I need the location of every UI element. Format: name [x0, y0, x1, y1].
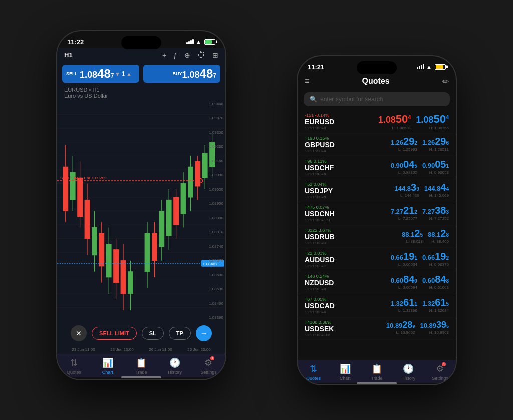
gbpusd-bid: 1.26292 [391, 136, 417, 147]
usdcnh-bid-col: 7.27212 L: 7.25077 [391, 205, 417, 221]
svg-rect-24 [92, 227, 97, 255]
nav-trade[interactable]: 📋 Trade [124, 357, 158, 375]
close-trade-button[interactable]: ✕ [71, 325, 87, 341]
quotes-status-icons: ▲ [417, 64, 446, 70]
quote-left-audusd: +22 0.03% AUDUSD 11:21:32 ≡1 [305, 251, 391, 268]
usdcnh-ask: 7.27383 [422, 205, 449, 216]
svg-text:SELL LIMIT 1 at 1.09209: SELL LIMIT 1 at 1.09209 [60, 175, 107, 180]
price-level-2: 1.09300 [209, 130, 223, 135]
sl-button[interactable]: SL [142, 327, 164, 340]
nav-settings[interactable]: ⚙ 1 Settings [192, 357, 225, 375]
usdjpy-bid: 144.839 [395, 182, 419, 193]
chevron-up-icon[interactable]: ▴ [127, 70, 131, 78]
quote-row-usdcad[interactable]: +67 0.05% USDCAD 11:21:32 ≡4 1.32611 L: … [298, 294, 456, 317]
eurusd-low: L: 1.08501 [378, 126, 411, 130]
chart-time: 11:22 [67, 38, 84, 46]
usdcnh-change: +475 0.07% [305, 205, 391, 210]
usdcad-high: H: 1.32684 [422, 308, 449, 313]
quote-left-eurusd: -151 -0.14% EURUSD 11:21:32 ≡0 [305, 113, 378, 130]
nav-history[interactable]: 🕐 History [158, 357, 192, 375]
nzdusd-ask: 0.60848 [422, 274, 449, 285]
quotes-nav-settings[interactable]: ⚙ 1 Settings [424, 363, 456, 381]
execute-button[interactable]: → [196, 325, 212, 341]
usdrub-bid-col: 88.125 L: 88.028 [402, 228, 423, 244]
svg-rect-38 [152, 233, 157, 260]
eurusd-change: -151 -0.14% [305, 113, 378, 118]
price-level-15: 1.08390 [209, 315, 223, 320]
list-icon[interactable]: ≡ [305, 77, 309, 86]
gbpusd-ask-col: 1.26296 H: 1.26511 [422, 136, 449, 152]
usdjpy-low: L: 144.436 [395, 193, 419, 198]
chart-toolbar-icons: + ƒ ⊕ ⏱ ⊞ [162, 51, 218, 60]
price-level-7: 1.08950 [209, 201, 223, 206]
usdchf-bid-col: 0.90045 L: 0.89805 [391, 159, 417, 175]
usdjpy-bid-col: 144.839 L: 144.436 [395, 182, 419, 198]
quote-row-eurusd[interactable]: -151 -0.14% EURUSD 11:21:32 ≡0 1.08504 L… [298, 110, 456, 133]
timer-icon[interactable]: ⏱ [197, 51, 205, 60]
audusd-high: H: 0.66376 [422, 262, 449, 267]
usdcnh-ask-col: 7.27383 H: 7.27252 [422, 205, 449, 221]
chart-timeframe[interactable]: H1 [64, 51, 73, 59]
sell-limit-button[interactable]: SELL LIMIT [92, 327, 137, 340]
quote-row-gbpusd[interactable]: +193 0.15% GBPUSD 11:21:21 ≡4 1.26292 L:… [298, 133, 456, 156]
nzdusd-high: H: 0.61003 [422, 285, 449, 290]
nzdusd-change: +148 0.24% [305, 274, 391, 279]
nav-quotes[interactable]: ⇅ Quotes [57, 357, 91, 375]
chart-area[interactable]: 1.09440 1.09370 1.09300 1.09230 1.09160 … [57, 101, 225, 321]
sell-price-main: 1.08 [80, 70, 97, 80]
nzdusd-bid: 0.60840 [391, 274, 417, 285]
price-level-14: 1.08460 [209, 301, 223, 306]
usdsek-change: +4108 0.38% [305, 320, 386, 325]
phone-quotes: 11:21 ▲ ≡ Quotes ✏ [297, 55, 457, 385]
usdcad-symbol: USDCAD [305, 302, 391, 310]
quote-row-usdchf[interactable]: +96 0.11% USDCHF 11:21:30 ≡6 0.90045 L: … [298, 156, 456, 179]
fullscreen-icon[interactable]: ⊞ [212, 51, 218, 59]
audusd-ask-col: 0.66192 H: 0.66376 [422, 251, 449, 267]
tp-button[interactable]: TP [169, 327, 191, 340]
gbpusd-prices: 1.26292 L: 1.25993 1.26296 H: 1.26511 [391, 136, 449, 152]
quote-left-usdchf: +96 0.11% USDCHF 11:21:30 ≡6 [305, 159, 391, 176]
quote-left-usdcnh: +475 0.07% USDCNH 11:21:32 ≡171 [305, 205, 391, 222]
price-level-6: 1.09020 [209, 187, 223, 192]
quotes-header: ≡ Quotes ✏ [298, 73, 456, 90]
quotes-nav-history[interactable]: 🕐 History [393, 363, 424, 381]
quote-row-usdrub[interactable]: +3122 3.67% USDRUB 11:21:32 ≡3 88.125 L:… [298, 225, 456, 248]
price-level-13: 1.08530 [209, 287, 223, 291]
sell-box[interactable]: SELL 1.08 48 7 ▾ 1 ▴ [62, 65, 139, 83]
eurusd-high: H: 1.08756 [416, 126, 449, 130]
eurusd-ask: 1.08504 [416, 113, 449, 126]
indicator-icon[interactable]: ƒ [173, 51, 177, 59]
symbol-info: EURUSD • H1 Euro vs US Dollar [57, 85, 225, 101]
add-icon[interactable]: + [162, 51, 166, 59]
settings-badge-container-q: ⚙ 1 [436, 363, 444, 374]
nav-chart[interactable]: 📊 Chart [91, 357, 124, 375]
usdcnh-time: 11:21:32 ≡171 [305, 218, 391, 222]
quotes-nav-quotes[interactable]: ⇅ Quotes [298, 363, 329, 381]
dynamic-island [121, 36, 161, 49]
search-placeholder: enter symbol for search [320, 96, 383, 103]
chevron-down-icon[interactable]: ▾ [116, 70, 119, 78]
buy-box[interactable]: BUY 1.08 48 7 [143, 65, 220, 83]
svg-rect-32 [121, 260, 126, 293]
quotes-nav-trade[interactable]: 📋 Trade [361, 363, 392, 381]
quote-row-usdsek[interactable]: +4108 0.38% USDSEK 11:21:32 ≡106 10.8928… [298, 317, 456, 340]
usdrub-high: H: 88.400 [428, 239, 449, 244]
usdrub-bid: 88.125 [402, 228, 423, 239]
quote-row-audusd[interactable]: +22 0.03% AUDUSD 11:21:32 ≡1 0.66191 L: … [298, 248, 456, 271]
quote-row-nzdusd[interactable]: +148 0.24% NZDUSD 11:21:32 ≡8 0.60840 L:… [298, 271, 456, 294]
order-qty[interactable]: 1 [121, 70, 125, 78]
chart-nav-icon: 📊 [102, 357, 113, 368]
edit-icon[interactable]: ✏ [442, 77, 449, 86]
settings-chart-icon[interactable]: ⊕ [184, 51, 190, 59]
quote-row-usdcnh[interactable]: +475 0.07% USDCNH 11:21:32 ≡171 7.27212 … [298, 202, 456, 225]
search-bar[interactable]: 🔍 enter symbol for search [304, 92, 450, 106]
trade-tab-icon: 📋 [371, 363, 382, 374]
usdrub-symbol: USDRUB [305, 233, 402, 241]
buy-label: BUY [173, 71, 182, 76]
symbol-description: Euro vs US Dollar [64, 93, 218, 99]
quote-row-usdjpy[interactable]: +52 0.04% USDJPY 11:21:31 ≡5 144.839 L: … [298, 179, 456, 202]
usdsek-ask: 10.89395 [420, 320, 449, 330]
quotes-nav-chart[interactable]: 📊 Chart [329, 363, 361, 381]
usdchf-high: H: 0.90053 [422, 170, 449, 175]
svg-rect-40 [159, 211, 164, 247]
